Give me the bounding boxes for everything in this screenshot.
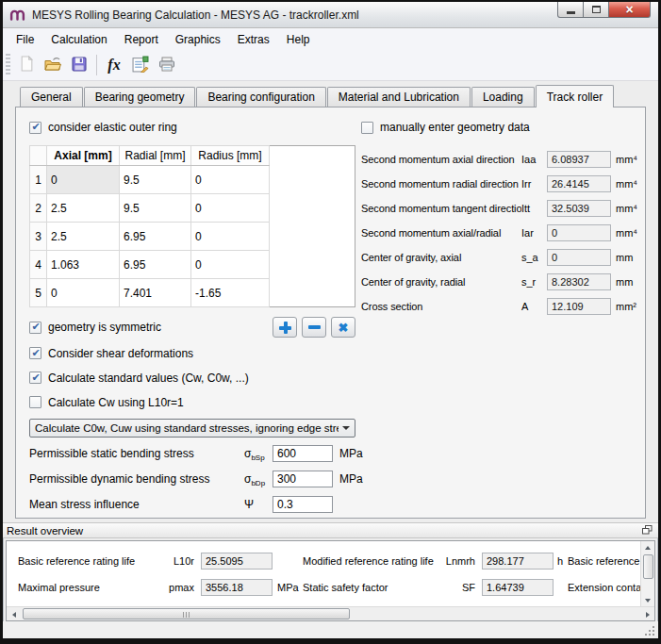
scroll-left-icon[interactable] xyxy=(8,608,20,620)
field-label: Second momentum axial/radial xyxy=(361,227,521,239)
cell-radial[interactable]: 9.5 xyxy=(120,194,191,223)
menu-extras[interactable]: Extras xyxy=(229,30,278,49)
result-symbol: pmax xyxy=(159,582,201,593)
cell-radial[interactable]: 6.95 xyxy=(120,251,191,279)
tab-loading[interactable]: Loading xyxy=(471,87,535,107)
cell-radial[interactable]: 9.5 xyxy=(120,166,191,194)
cell-radius[interactable]: 0 xyxy=(191,166,270,194)
clear-rows-button[interactable]: ✖ xyxy=(331,317,355,338)
main-area: General Bearing geometry Bearing configu… xyxy=(3,81,658,519)
mean-stress-influence-input[interactable] xyxy=(273,496,333,513)
menubar: File Calculation Report Graphics Extras … xyxy=(3,28,658,50)
table-row[interactable]: 5 0 7.401 -1.65 xyxy=(30,279,355,307)
scroll-right-icon[interactable] xyxy=(641,608,653,620)
formula-button[interactable]: fx xyxy=(101,53,127,78)
consider-elastic-outer-ring-checkbox[interactable]: consider elastic outer ring xyxy=(29,118,355,137)
cell-radius[interactable]: 0 xyxy=(191,194,270,223)
tab-material-and-lubrication[interactable]: Material and Lubrication xyxy=(327,87,471,107)
geometry-field-row: Second momentum radial direction Irr mm⁴ xyxy=(361,172,639,196)
float-dock-icon[interactable] xyxy=(642,525,653,537)
result-label: Static safety factor xyxy=(303,582,444,593)
cell-axial[interactable]: 2.5 xyxy=(47,223,120,251)
close-button[interactable]: × xyxy=(608,2,651,18)
menu-calculation[interactable]: Calculation xyxy=(42,30,115,49)
c0w-calculation-mode-select[interactable]: Calculate C0w, Cuw using standard stress… xyxy=(29,419,355,438)
iaa-value-field xyxy=(547,151,611,168)
add-row-button[interactable] xyxy=(273,317,297,338)
row-header[interactable]: 3 xyxy=(30,223,47,251)
maximize-icon xyxy=(592,6,601,13)
table-row[interactable]: 3 2.5 6.95 0 xyxy=(30,223,355,251)
irr-value-field xyxy=(547,175,611,192)
maximize-button[interactable] xyxy=(583,2,609,18)
result-label: Modified reference rating life xyxy=(303,555,444,567)
vertical-scrollbar[interactable] xyxy=(640,541,654,606)
row-header[interactable]: 2 xyxy=(30,194,47,223)
horizontal-scrollbar[interactable] xyxy=(7,606,654,620)
field-unit: mm⁴ xyxy=(611,227,639,239)
checkbox-icon xyxy=(29,396,41,408)
row-header[interactable]: 5 xyxy=(30,279,47,307)
tab-bearing-configuration[interactable]: Bearing configuration xyxy=(196,87,325,107)
minimize-button[interactable] xyxy=(557,2,584,18)
static-bending-stress-input[interactable] xyxy=(273,445,333,462)
report-button[interactable] xyxy=(127,53,154,78)
resize-grip[interactable] xyxy=(643,624,654,636)
table-row[interactable]: 4 1.063 6.95 0 xyxy=(30,251,355,279)
print-button[interactable] xyxy=(154,53,180,78)
new-file-button[interactable] xyxy=(13,53,40,78)
vertical-scrollbar-thumb[interactable] xyxy=(643,554,653,579)
tab-bearing-geometry[interactable]: Bearing geometry xyxy=(84,87,196,107)
cell-axial[interactable]: 0 xyxy=(47,279,120,307)
cell-axial[interactable]: 1.063 xyxy=(47,251,120,279)
horizontal-scrollbar-thumb[interactable] xyxy=(23,608,350,619)
corner-header xyxy=(30,146,47,166)
column-header-radial[interactable]: Radial [mm] xyxy=(120,146,191,166)
save-button[interactable] xyxy=(66,53,92,78)
field-label: Second momentum axial direction xyxy=(361,154,521,165)
column-header-radius[interactable]: Radius [mm] xyxy=(191,146,270,166)
row-header[interactable]: 4 xyxy=(30,251,47,279)
open-file-button[interactable] xyxy=(40,53,66,78)
result-label-clipped: Extension contac xyxy=(568,582,640,593)
menu-graphics[interactable]: Graphics xyxy=(167,30,229,49)
minimize-icon xyxy=(567,11,575,14)
geometry-points-table[interactable]: Axial [mm] Radial [mm] Radius [mm] 1 0 9… xyxy=(29,145,355,307)
scroll-up-icon[interactable] xyxy=(642,541,654,553)
dynamic-bending-stress-input[interactable] xyxy=(273,471,333,487)
table-row[interactable]: 2 2.5 9.5 0 xyxy=(30,194,355,223)
result-unit: MPa xyxy=(273,582,303,593)
scroll-down-icon[interactable] xyxy=(642,594,654,606)
tab-general[interactable]: General xyxy=(20,87,83,107)
menu-report[interactable]: Report xyxy=(116,30,167,49)
menu-help[interactable]: Help xyxy=(278,30,319,49)
cell-axial[interactable]: 0 xyxy=(47,166,120,194)
table-row[interactable]: 1 0 9.5 0 xyxy=(30,166,355,194)
row-header[interactable]: 1 xyxy=(30,166,47,194)
table-header-row: Axial [mm] Radial [mm] Radius [mm] xyxy=(30,146,355,166)
calculate-cw-using-l10r-checkbox[interactable]: Calculate Cw using L10r=1 xyxy=(29,392,355,412)
itt-value-field xyxy=(547,200,611,217)
toolbar-grip[interactable] xyxy=(6,54,10,76)
titlebar[interactable]: MESYS Rolling Bearing Calculation - MESY… xyxy=(3,2,658,28)
field-unit: mm⁴ xyxy=(611,203,639,214)
field-symbol: Iar xyxy=(521,227,547,239)
tab-track-roller[interactable]: Track roller xyxy=(536,85,615,107)
calculate-standard-values-checkbox[interactable]: Calculate standard values (Cw, C0w, ...) xyxy=(29,368,355,388)
manually-enter-geometry-data-checkbox[interactable]: manually enter geometry data xyxy=(361,118,639,137)
consider-shear-deformations-checkbox[interactable]: Consider shear deformations xyxy=(29,343,355,363)
field-label: Permissible dynamic bending stress xyxy=(29,472,244,486)
cell-radius[interactable]: -1.65 xyxy=(191,279,270,307)
cell-radial[interactable]: 6.95 xyxy=(120,223,191,251)
lnmrh-result-field xyxy=(482,553,554,570)
cell-radius[interactable]: 0 xyxy=(191,223,270,251)
geometry-is-symmetric-checkbox[interactable]: geometry is symmetric xyxy=(29,318,268,337)
menu-file[interactable]: File xyxy=(8,30,42,49)
remove-row-button[interactable] xyxy=(302,317,326,338)
toolbar-separator xyxy=(96,55,97,75)
column-header-axial[interactable]: Axial [mm] xyxy=(47,146,120,166)
cell-axial[interactable]: 2.5 xyxy=(47,194,120,223)
cell-radius[interactable]: 0 xyxy=(191,251,270,279)
right-column: manually enter geometry data Second mome… xyxy=(361,118,639,518)
cell-radial[interactable]: 7.401 xyxy=(120,279,191,307)
